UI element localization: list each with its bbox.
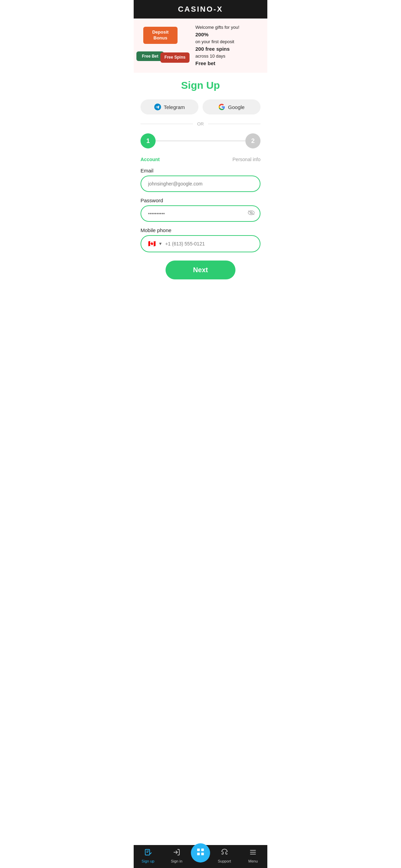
steps-row: 1 2 [141, 133, 260, 148]
next-button[interactable]: Next [166, 261, 235, 279]
step-2-circle: 2 [245, 133, 260, 148]
phone-group: Mobile phone 🇨🇦 ▼ [141, 227, 260, 252]
or-divider: OR [141, 121, 260, 126]
app-header: CASINO-X [134, 0, 267, 19]
email-label: Email [141, 168, 260, 173]
password-input[interactable] [141, 205, 260, 222]
country-dropdown[interactable]: ▼ [158, 241, 162, 246]
google-button[interactable]: Google [203, 99, 260, 114]
step-1-label: Account [141, 157, 160, 162]
telegram-icon [154, 104, 161, 110]
promo-text: Welcome gifts for you! 200% on your firs… [195, 24, 263, 67]
free-bet-promo-text: Free bet [195, 60, 263, 68]
or-text: OR [197, 121, 204, 126]
telegram-button[interactable]: Telegram [141, 99, 198, 114]
promo-banner: Deposit Bonus Free Bet Free Spins Welcom… [134, 19, 267, 73]
telegram-label: Telegram [164, 104, 185, 110]
social-buttons-row: Telegram Google [141, 99, 260, 114]
free-bet-tag: Free Bet [136, 51, 164, 61]
signup-title: Sign Up [141, 80, 260, 91]
step-line [156, 141, 245, 141]
free-spins-text: 200 free spins [195, 45, 263, 53]
toggle-password-icon[interactable] [247, 210, 255, 217]
email-group: Email [141, 168, 260, 192]
welcome-text: Welcome gifts for you! [195, 24, 263, 31]
steps-labels: Account Personal info [141, 157, 260, 162]
phone-label: Mobile phone [141, 227, 260, 233]
app-title: CASINO-X [178, 5, 223, 13]
step-1-circle: 1 [141, 133, 156, 148]
deposit-bonus-tag: Deposit Bonus [143, 27, 178, 44]
google-icon [218, 104, 225, 110]
flag-icon: 🇨🇦 [148, 240, 156, 248]
password-label: Password [141, 197, 260, 203]
phone-input[interactable] [165, 241, 253, 246]
promo-visual: Deposit Bonus Free Bet Free Spins [136, 27, 191, 64]
free-spins-sub: across 10 days [195, 53, 263, 60]
next-btn-wrapper: Next [141, 261, 260, 279]
phone-wrapper: 🇨🇦 ▼ [141, 235, 260, 252]
first-deposit-text: on your first deposit [195, 38, 263, 45]
google-label: Google [228, 104, 244, 110]
percent-text: 200% [195, 31, 263, 39]
signup-section: Sign Up Telegram Google [134, 73, 267, 286]
email-input[interactable] [141, 176, 260, 192]
step-2-label: Personal info [232, 157, 260, 162]
password-wrapper [141, 205, 260, 222]
free-spins-tag: Free Spins [160, 52, 190, 63]
password-group: Password [141, 197, 260, 222]
